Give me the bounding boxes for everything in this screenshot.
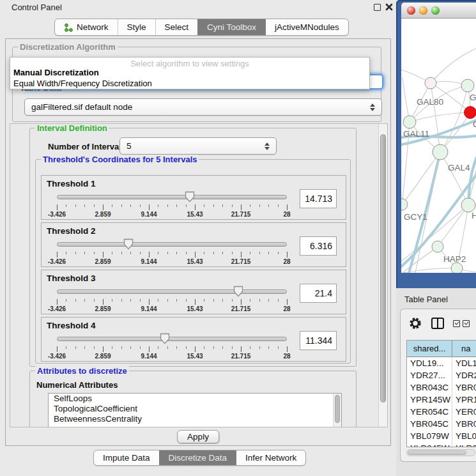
cyni-toolbox-panel: Discretization Algorithm Select algorith…	[5, 38, 391, 446]
cell-name: YLR3	[452, 442, 476, 447]
tab-impute-data[interactable]: Impute Data	[94, 450, 159, 465]
table-row[interactable]: YDL19...YDL1	[407, 357, 476, 369]
network-node-H[interactable]	[461, 198, 475, 212]
tab-label: Network	[77, 22, 109, 32]
cell-name: YDL1	[452, 357, 476, 369]
tab-label: Style	[127, 22, 146, 32]
network-edge	[440, 86, 468, 152]
network-node-HAP2[interactable]	[432, 241, 443, 252]
settings-scrollbar[interactable]	[378, 124, 387, 427]
checkbox-icon[interactable]	[463, 320, 470, 327]
gear-icon[interactable]	[408, 316, 422, 333]
table-row[interactable]: YLR345WYLR3	[407, 442, 476, 447]
slider-tick-labels: -3.4262.8599.14415.4321.71528	[57, 305, 288, 313]
network-node-GAL11[interactable]	[403, 116, 416, 128]
network-node-red-node[interactable]	[464, 107, 476, 119]
algorithm-option-equal-width[interactable]: Equal Width/Frequency Discretization	[13, 79, 152, 88]
network-edge	[440, 152, 468, 205]
minimize-traffic-light-icon[interactable]	[419, 6, 427, 15]
stepper-arrows-icon	[265, 142, 270, 150]
cell-shared-name: YLR345W	[407, 442, 452, 447]
node-label: GAL4	[448, 163, 470, 173]
settings-scroll-pane: Interval Definition Number of Intervals …	[10, 123, 388, 427]
network-canvas[interactable]: GAL80GACGAL11GAL4GCY1HHAP2	[401, 19, 476, 273]
cell-shared-name: YER054C	[407, 406, 452, 418]
slider-track[interactable]	[57, 337, 287, 341]
table-row[interactable]: YPR145WYPR1	[407, 394, 476, 406]
attribute-list-item[interactable]: TopologicalCoefficient	[49, 404, 341, 414]
network-node-unnamed[interactable]	[451, 263, 463, 273]
slider-thumb[interactable]	[123, 238, 134, 250]
slider-thumb[interactable]	[160, 333, 170, 344]
network-edge	[431, 48, 476, 83]
tab-label: Discretize Data	[169, 453, 227, 463]
table-row[interactable]: YBR045CYBR0	[407, 418, 476, 430]
slider-thumb[interactable]	[185, 191, 195, 203]
number-of-intervals-select[interactable]: 5	[119, 137, 277, 155]
thresholds-group: Threshold's Coordinates for 5 Intervals …	[35, 159, 351, 364]
tab-style[interactable]: Style	[118, 19, 155, 35]
network-node-GAL4[interactable]	[433, 144, 448, 160]
tab-select[interactable]: Select	[155, 19, 198, 35]
slider-track[interactable]	[57, 289, 287, 294]
threshold-panel: Threshold 1-3.4262.8599.14415.4321.71528	[41, 175, 346, 220]
threshold-label: Threshold 3	[47, 273, 96, 283]
table-panel: shared... na YDL19...YDL1YDR27...YDR2YBR…	[400, 309, 476, 462]
network-edge	[403, 77, 410, 122]
cell-name: YBR0	[452, 381, 476, 394]
threshold-label: Threshold 4	[47, 321, 96, 330]
tab-jactivemnodules[interactable]: jActiveMNodules	[265, 19, 348, 35]
cell-shared-name: YDR27...	[407, 369, 452, 381]
cell-shared-name: YBR043C	[407, 381, 452, 394]
network-node-GCY1[interactable]	[401, 199, 408, 210]
stepper-arrows-icon	[370, 104, 375, 111]
slider-ticks	[57, 299, 288, 305]
table-row[interactable]: YDR27...YDR2	[407, 369, 476, 381]
slider-track[interactable]	[57, 242, 287, 247]
tab-label: Select	[165, 22, 189, 32]
attribute-list-item[interactable]: SelfLoops	[49, 394, 341, 404]
threshold-value-input[interactable]	[300, 236, 337, 256]
checkbox-icon[interactable]	[453, 320, 460, 327]
threshold-label: Threshold 2	[47, 226, 96, 236]
network-edge	[404, 268, 457, 273]
table-row[interactable]: YBL079WYBL0	[407, 430, 476, 442]
table-row[interactable]: YBR043CYBR0	[407, 381, 476, 394]
threshold-panel: Threshold 3-3.4262.8599.14415.4321.71528	[41, 270, 346, 314]
close-icon[interactable]	[385, 3, 394, 12]
slider-track[interactable]	[57, 195, 287, 199]
algorithm-dropdown-popup: Select algorithm to view settings Manual…	[10, 57, 370, 89]
column-layout-icon[interactable]	[431, 318, 444, 329]
network-view-window: GAL80GACGAL11GAL4GCY1HHAP2	[396, 0, 476, 288]
tab-discretize-data[interactable]: Discretize Data	[159, 450, 236, 465]
tab-infer-network[interactable]: Infer Network	[236, 450, 305, 465]
tab-cyni-toolbox[interactable]: Cyni Toolbox	[197, 19, 265, 35]
column-header-name[interactable]: na	[452, 341, 476, 357]
algorithm-option-manual[interactable]: Manual Discretization	[13, 68, 99, 77]
tab-network[interactable]: Network	[55, 19, 118, 35]
numerical-attributes-list[interactable]: SelfLoopsTopologicalCoefficientBetweenne…	[48, 393, 342, 427]
cell-name: YPR1	[452, 394, 476, 406]
node-table: shared... na YDL19...YDL1YDR27...YDR2YBR…	[406, 340, 476, 447]
list-scrollbar[interactable]	[333, 394, 341, 427]
threshold-value-input[interactable]	[300, 189, 337, 208]
zoom-traffic-light-icon[interactable]	[431, 6, 440, 15]
apply-button[interactable]: Apply	[177, 430, 219, 443]
column-header-shared-name[interactable]: shared...	[407, 341, 452, 357]
attributes-group: Attributes to discretize Numerical Attri…	[29, 371, 357, 427]
network-node-GA[interactable]	[461, 79, 474, 92]
table-data-select[interactable]: galFiltered.sif default node	[24, 98, 382, 116]
cell-name: YBR0	[452, 418, 476, 430]
cell-name: YBL0	[452, 430, 476, 442]
threshold-value-input[interactable]	[300, 284, 337, 303]
group-title: Interval Definition	[35, 123, 109, 133]
threshold-value-input[interactable]	[300, 331, 337, 350]
table-row[interactable]: YER054CYER0	[407, 406, 476, 418]
network-node-GAL80[interactable]	[425, 77, 436, 89]
attribute-list-item[interactable]: BetweennessCentrality	[49, 414, 341, 424]
table-horizontal-scrollbar[interactable]	[406, 449, 475, 456]
close-traffic-light-icon[interactable]	[407, 6, 415, 15]
float-window-icon[interactable]	[374, 4, 381, 11]
threshold-panel: Threshold 4-3.4262.8599.14415.4321.71528	[41, 317, 346, 362]
slider-thumb[interactable]	[233, 286, 243, 297]
